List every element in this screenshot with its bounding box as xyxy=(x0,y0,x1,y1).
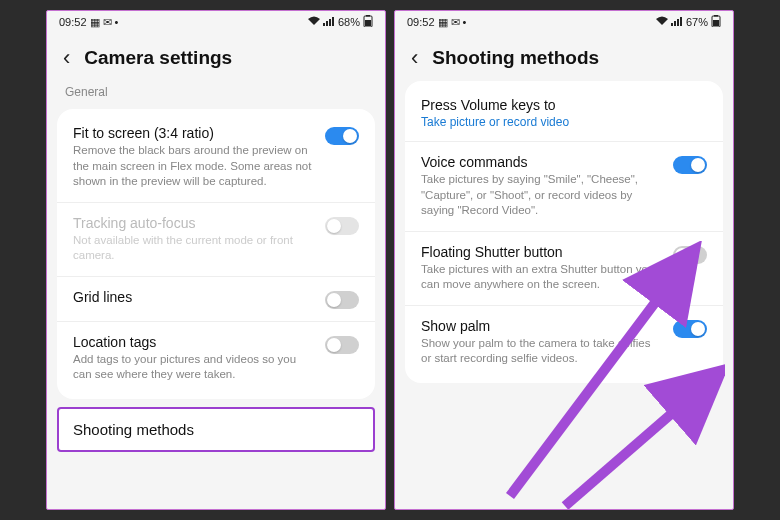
toggle-location-tags[interactable] xyxy=(325,336,359,354)
status-battery: 68% xyxy=(338,16,360,28)
item-desc: Take pictures by saying "Smile", "Cheese… xyxy=(421,172,663,219)
header: ‹ Shooting methods xyxy=(395,31,733,77)
toggle-floating-shutter[interactable] xyxy=(673,246,707,264)
gallery-icon: ▦ xyxy=(438,16,448,29)
more-icon: • xyxy=(115,16,119,28)
app-icon: ✉ xyxy=(451,16,460,29)
app-icon: ✉ xyxy=(103,16,112,29)
toggle-show-palm[interactable] xyxy=(673,320,707,338)
signal-icon xyxy=(323,16,335,28)
section-label-general: General xyxy=(47,77,385,105)
item-title: Press Volume keys to xyxy=(421,97,707,113)
gallery-icon: ▦ xyxy=(90,16,100,29)
signal-icon xyxy=(671,16,683,28)
item-title: Voice commands xyxy=(421,154,663,170)
page-title: Shooting methods xyxy=(432,47,599,69)
item-grid-lines[interactable]: Grid lines xyxy=(57,277,375,322)
wifi-icon xyxy=(656,16,668,28)
item-title: Fit to screen (3:4 ratio) xyxy=(73,125,315,141)
page-title: Camera settings xyxy=(84,47,232,69)
battery-icon xyxy=(711,15,721,29)
item-shooting-methods[interactable]: Shooting methods xyxy=(57,407,375,452)
wifi-icon xyxy=(308,16,320,28)
phone-left: 09:52 ▦ ✉ • 68% ‹ Camera settings Genera… xyxy=(46,10,386,510)
status-battery: 67% xyxy=(686,16,708,28)
settings-card: Fit to screen (3:4 ratio) Remove the bla… xyxy=(57,109,375,399)
item-fit-to-screen[interactable]: Fit to screen (3:4 ratio) Remove the bla… xyxy=(57,113,375,203)
item-title: Grid lines xyxy=(73,289,315,305)
item-title: Floating Shutter button xyxy=(421,244,663,260)
item-floating-shutter[interactable]: Floating Shutter button Take pictures wi… xyxy=(405,232,723,306)
item-press-volume-keys[interactable]: Press Volume keys to Take picture or rec… xyxy=(405,85,723,142)
item-desc: Take pictures with an extra Shutter butt… xyxy=(421,262,663,293)
item-title: Show palm xyxy=(421,318,663,334)
status-bar: 09:52 ▦ ✉ • 67% xyxy=(395,11,733,31)
item-desc: Not available with the current mode or f… xyxy=(73,233,315,264)
svg-rect-5 xyxy=(714,15,718,17)
svg-rect-1 xyxy=(365,20,371,26)
status-time: 09:52 xyxy=(407,16,435,28)
settings-card: Press Volume keys to Take picture or rec… xyxy=(405,81,723,383)
status-bar: 09:52 ▦ ✉ • 68% xyxy=(47,11,385,31)
svg-rect-4 xyxy=(713,20,719,26)
item-link: Take picture or record video xyxy=(421,115,707,129)
back-icon[interactable]: ‹ xyxy=(63,47,70,69)
more-icon: • xyxy=(463,16,467,28)
item-title: Shooting methods xyxy=(73,421,359,438)
item-location-tags[interactable]: Location tags Add tags to your pictures … xyxy=(57,322,375,395)
header: ‹ Camera settings xyxy=(47,31,385,77)
item-desc: Show your palm to the camera to take sel… xyxy=(421,336,663,367)
toggle-voice-commands[interactable] xyxy=(673,156,707,174)
item-desc: Remove the black bars around the preview… xyxy=(73,143,315,190)
item-show-palm[interactable]: Show palm Show your palm to the camera t… xyxy=(405,306,723,379)
toggle-fit-to-screen[interactable] xyxy=(325,127,359,145)
item-voice-commands[interactable]: Voice commands Take pictures by saying "… xyxy=(405,142,723,232)
toggle-tracking-autofocus xyxy=(325,217,359,235)
item-tracking-autofocus: Tracking auto-focus Not available with t… xyxy=(57,203,375,277)
item-desc: Add tags to your pictures and videos so … xyxy=(73,352,315,383)
phone-right: 09:52 ▦ ✉ • 67% ‹ Shooting methods Pres xyxy=(394,10,734,510)
item-title: Tracking auto-focus xyxy=(73,215,315,231)
svg-rect-2 xyxy=(366,15,370,17)
battery-icon xyxy=(363,15,373,29)
item-title: Location tags xyxy=(73,334,315,350)
status-time: 09:52 xyxy=(59,16,87,28)
toggle-grid-lines[interactable] xyxy=(325,291,359,309)
back-icon[interactable]: ‹ xyxy=(411,47,418,69)
